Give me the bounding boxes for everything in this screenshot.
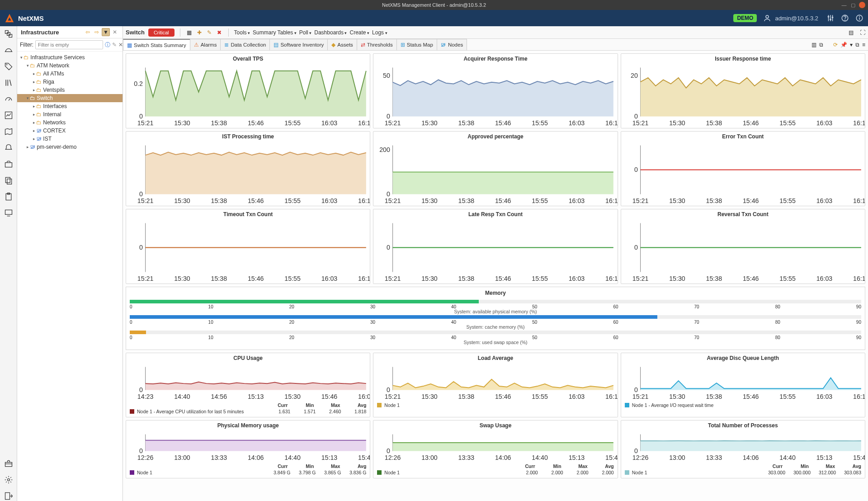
rail-settings-icon[interactable]	[4, 475, 14, 485]
svg-text:13:33: 13:33	[211, 454, 227, 461]
rail-tags-icon[interactable]	[4, 61, 14, 71]
tb-expand-icon[interactable]: ⛶	[860, 29, 865, 36]
rail-business-icon[interactable]	[4, 159, 14, 169]
chart-c_disk: Average Disc Queue Length 015:2115:3015:…	[621, 353, 865, 417]
menu-poll[interactable]: Poll	[299, 29, 312, 36]
svg-text:15:30: 15:30	[422, 275, 438, 282]
svg-text:0: 0	[387, 190, 390, 198]
view-layout-icon[interactable]: ▥	[811, 42, 816, 48]
menu-logs[interactable]: Logs	[372, 29, 387, 36]
svg-text:0.2: 0.2	[134, 80, 143, 87]
rail-logout-icon[interactable]	[4, 491, 14, 501]
window-titlebar: NetXMS Management Client - admin@10.5.3.…	[0, 0, 868, 10]
svg-text:16:11: 16:11	[853, 275, 865, 282]
svg-text:13:33: 13:33	[458, 454, 475, 461]
svg-text:12:26: 12:26	[385, 454, 401, 461]
menu-summary-tables[interactable]: Summary Tables	[253, 29, 297, 36]
filter-clear-icon[interactable]: ✕	[118, 42, 123, 48]
rail-map-icon[interactable]	[4, 127, 14, 137]
rail-infrastructure-icon[interactable]	[4, 29, 14, 39]
tab-thresholds[interactable]: ⇄Thresholds	[357, 39, 397, 50]
tb-grid-icon[interactable]: ▦	[186, 29, 193, 36]
svg-text:15:21: 15:21	[632, 197, 648, 204]
menu-tools[interactable]: Tools	[234, 29, 250, 36]
svg-text:15:38: 15:38	[211, 275, 227, 282]
rail-monitor-icon[interactable]	[4, 208, 14, 218]
tree-ventspils[interactable]: ▸🗀 Ventspils	[17, 86, 123, 94]
brand-text: NetXMS	[18, 14, 44, 22]
svg-text:16:03: 16:03	[569, 197, 585, 204]
tb-add-icon[interactable]: ✚	[196, 29, 203, 36]
nav-back-icon[interactable]: ⇦	[84, 28, 92, 36]
close-view-icon[interactable]: ✕	[111, 28, 119, 36]
rail-copies-icon[interactable]	[4, 175, 14, 185]
view-refresh-icon[interactable]: ⟳	[833, 42, 838, 48]
view-pin-icon[interactable]: 📌	[840, 42, 847, 48]
rail-alerts-icon[interactable]	[4, 143, 14, 153]
tab-data-collection[interactable]: ≣Data Collection	[220, 39, 270, 50]
svg-text:16:11: 16:11	[853, 197, 865, 204]
tree-ist[interactable]: ▸🖳 IST	[17, 135, 123, 143]
tree-switch[interactable]: ▾🗀 Switch	[17, 94, 123, 102]
svg-text:16:11: 16:11	[358, 275, 370, 282]
rail-gauge-icon[interactable]	[4, 94, 14, 104]
object-tree[interactable]: ▾🗀 Infrastructure Services ▾🗀 ATM Networ…	[17, 52, 123, 501]
settings-sliders-icon[interactable]	[826, 14, 835, 22]
svg-text:14:40: 14:40	[532, 454, 548, 461]
tree-riga[interactable]: ▸🗀 Riga	[17, 78, 123, 86]
rail-library-icon[interactable]	[4, 78, 14, 88]
tab-software[interactable]: ▤Software Inventory	[269, 39, 328, 50]
window-close-icon[interactable]	[859, 2, 865, 8]
info-icon[interactable]	[855, 14, 863, 22]
filter-input[interactable]	[35, 40, 103, 49]
tree-interfaces[interactable]: ▸🗀 Interfaces	[17, 102, 123, 110]
filter-toggle-icon[interactable]: ▼	[102, 28, 110, 36]
svg-text:16:11: 16:11	[605, 393, 617, 400]
view-popout-icon[interactable]: ⧉	[855, 42, 859, 48]
filter-edit-icon[interactable]: ✎	[112, 42, 117, 48]
window-minimize-icon[interactable]: —	[841, 2, 847, 8]
svg-text:16:03: 16:03	[569, 393, 585, 400]
tree-all-atms[interactable]: ▸🗀 All ATMs	[17, 70, 123, 78]
tree-networks[interactable]: ▸🗀 Networks	[17, 118, 123, 127]
menu-dashboards[interactable]: Dashboards	[314, 29, 347, 36]
svg-text:16:03: 16:03	[816, 197, 832, 204]
tb-delete-icon[interactable]: ✖	[216, 29, 223, 36]
rail-clipboard-icon[interactable]	[4, 192, 14, 202]
user-menu[interactable]: admin@10.5.3.2	[763, 14, 818, 22]
svg-text:15:38: 15:38	[211, 119, 227, 127]
svg-rect-10	[9, 34, 12, 38]
svg-text:16:11: 16:11	[358, 197, 370, 204]
svg-text:15:46: 15:46	[853, 454, 865, 461]
menu-create[interactable]: Create	[350, 29, 370, 36]
help-icon[interactable]	[841, 14, 849, 22]
tb-layout-icon[interactable]: ▤	[849, 29, 854, 36]
rail-chart-icon[interactable]	[4, 110, 14, 120]
tb-edit-icon[interactable]: ✎	[206, 29, 213, 36]
tab-status-map[interactable]: ⊞Status Map	[396, 39, 437, 50]
tree-cortex[interactable]: ▸🖳 CORTEX	[17, 127, 123, 135]
sidebar-title: Infrastructure	[21, 29, 59, 36]
tree-atm-network[interactable]: ▾🗀 ATM Network	[17, 61, 123, 70]
svg-text:16:03: 16:03	[569, 119, 585, 127]
svg-text:16:03: 16:03	[358, 393, 370, 400]
tab-switch-stats[interactable]: ▦Switch Stats Summary	[123, 39, 190, 50]
view-menu-icon[interactable]: ≡	[862, 42, 865, 48]
tab-assets[interactable]: ◆Assets	[327, 39, 357, 50]
tab-alarms[interactable]: ⚠Alarms	[190, 39, 221, 50]
window-maximize-icon[interactable]: ▢	[850, 2, 856, 8]
rail-network-icon[interactable]	[4, 45, 14, 55]
svg-text:14:06: 14:06	[743, 454, 759, 461]
nav-forward-icon[interactable]: ⇨	[93, 28, 101, 36]
view-copy-icon[interactable]: ⧉	[819, 42, 823, 48]
rail-toolbox-icon[interactable]	[4, 458, 14, 468]
svg-point-20	[7, 479, 9, 481]
chart-c_iss: Issuer Response time 02015:2115:3015:381…	[621, 53, 865, 128]
tree-internal[interactable]: ▸🗀 Internal	[17, 110, 123, 118]
view-more-icon[interactable]: ▾	[850, 42, 853, 48]
tree-root[interactable]: ▾🗀 Infrastructure Services	[17, 53, 123, 61]
tab-nodes[interactable]: 🖳Nodes	[437, 39, 467, 50]
filter-help-icon[interactable]: ⓘ	[105, 41, 110, 49]
svg-text:14:40: 14:40	[779, 454, 796, 461]
tree-pm-server[interactable]: ▸🖳 pm-server-demo	[17, 143, 123, 151]
